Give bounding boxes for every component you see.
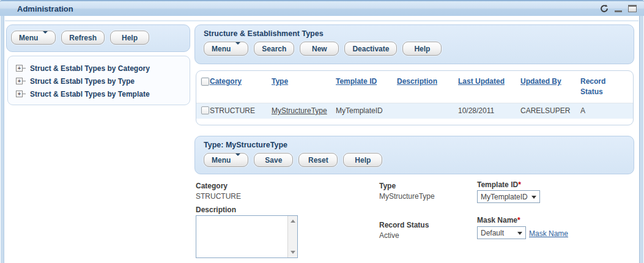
column-header-category[interactable]: Category [210, 76, 272, 97]
mask-name-label: Mask Name* [477, 216, 520, 224]
description-label: Description [196, 206, 236, 214]
textarea-scrollbar[interactable] [287, 216, 297, 257]
template-id-select[interactable]: MyTemplateID [477, 190, 540, 203]
mask-name-select[interactable]: Default [477, 226, 526, 239]
template-id-select-value: MyTemplateID [481, 193, 528, 201]
menu-dropdown-icon [235, 45, 240, 53]
table-header-row: Category Type Template ID Description La… [196, 76, 633, 97]
new-button[interactable]: New [300, 42, 339, 56]
column-header-description[interactable]: Description [397, 76, 458, 97]
cell-template-id: MyTemplateID [336, 103, 397, 119]
maximize-icon[interactable] [628, 5, 637, 12]
cell-category: STRUCTURE [210, 103, 272, 119]
list-panel-title: Structure & Establishment Types [204, 29, 634, 38]
detail-toolbar-panel: Type: MyStructureType Menu Save Reset He… [194, 136, 634, 174]
administration-window: Administration Menu Refresh Hel [0, 0, 644, 263]
scroll-up-icon[interactable] [291, 220, 295, 223]
menu-dropdown-icon [43, 34, 48, 42]
cell-record-status: A [580, 103, 628, 119]
column-header-template-id[interactable]: Template ID [336, 76, 397, 97]
window-left-border [1, 16, 4, 263]
mask-name-select-value: Default [481, 229, 504, 237]
list-menu-button-label: Menu [212, 45, 231, 53]
select-all-checkbox[interactable] [201, 78, 209, 86]
record-status-value: Active [379, 231, 399, 240]
table-row[interactable]: STRUCTURE MyStructureType MyTemplateID 1… [196, 103, 633, 119]
cell-last-updated: 10/28/2011 [458, 103, 520, 119]
content-top-divider [5, 20, 638, 21]
detail-menu-button-label: Menu [212, 156, 231, 165]
results-table: Category Type Template ID Description La… [196, 70, 634, 125]
tree-dash [23, 94, 26, 94]
list-menu-button[interactable]: Menu [204, 42, 248, 56]
tree-dash [23, 81, 26, 81]
record-status-label: Record Status [379, 221, 429, 229]
window-right-border [639, 16, 643, 263]
scroll-down-icon[interactable] [291, 251, 295, 254]
detail-menu-button[interactable]: Menu [204, 153, 248, 167]
category-label: Category [196, 182, 228, 190]
tree-item-label[interactable]: Struct & Establ Types by Type [30, 77, 135, 86]
navigation-tree: + Struct & Establ Types by Category + St… [7, 56, 190, 105]
expand-plus-icon[interactable]: + [16, 91, 23, 97]
column-header-type[interactable]: Type [272, 76, 336, 97]
list-toolbar-panel: Structure & Establishment Types Menu Sea… [194, 24, 634, 64]
template-id-label: Template ID* [477, 180, 521, 189]
tree-item-label[interactable]: Struct & Establ Types by Category [30, 64, 150, 73]
left-toolbar-panel: Menu Refresh Help [6, 24, 190, 52]
titlebar: Administration [0, 0, 644, 16]
search-button[interactable]: Search [254, 42, 294, 56]
list-help-button[interactable]: Help [402, 42, 442, 56]
detail-help-button[interactable]: Help [343, 153, 382, 167]
required-marker: * [517, 216, 520, 224]
description-textarea[interactable] [196, 215, 298, 258]
deactivate-button[interactable]: Deactivate [344, 42, 397, 56]
required-marker: * [518, 180, 521, 189]
left-help-button[interactable]: Help [110, 31, 149, 45]
category-value: STRUCTURE [196, 192, 241, 201]
refresh-button[interactable]: Refresh [61, 31, 105, 45]
window-title: Administration [17, 4, 73, 13]
type-label: Type [379, 182, 396, 190]
left-menu-button[interactable]: Menu [11, 31, 56, 45]
cell-updated-by: CARELSUPER [520, 103, 580, 119]
save-button[interactable]: Save [254, 153, 293, 167]
cell-type-link[interactable]: MyStructureType [272, 103, 336, 119]
column-header-record-status[interactable]: Record Status [580, 76, 611, 97]
tree-item-label[interactable]: Struct & Establ Types by Template [30, 90, 150, 98]
reset-button[interactable]: Reset [298, 153, 338, 167]
type-value: MyStructureType [379, 192, 435, 201]
row-checkbox[interactable] [201, 106, 209, 114]
detail-panel-title: Type: MyStructureType [204, 141, 634, 149]
window-controls [600, 3, 637, 15]
tree-item-by-template[interactable]: + Struct & Establ Types by Template [16, 87, 190, 100]
tree-item-by-category[interactable]: + Struct & Establ Types by Category [16, 62, 190, 75]
expand-plus-icon[interactable]: + [16, 65, 23, 72]
tree-item-by-type[interactable]: + Struct & Establ Types by Type [16, 75, 190, 87]
minimize-icon[interactable] [615, 10, 622, 12]
menu-dropdown-icon [235, 156, 240, 165]
left-menu-button-label: Menu [19, 34, 38, 42]
column-header-last-updated[interactable]: Last Updated [458, 76, 520, 97]
column-header-updated-by[interactable]: Updated By [520, 76, 580, 97]
refresh-window-icon[interactable] [600, 4, 609, 15]
tree-dash [23, 68, 26, 69]
expand-plus-icon[interactable]: + [16, 78, 23, 84]
mask-name-link[interactable]: Mask Name [529, 229, 568, 238]
